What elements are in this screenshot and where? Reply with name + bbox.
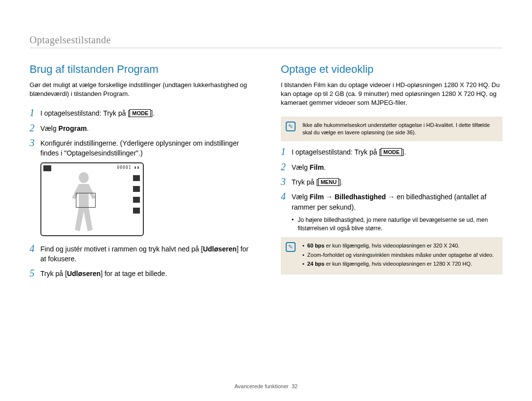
text: .	[87, 124, 89, 132]
left-column: Brug af tilstanden Program Gør det mulig…	[30, 63, 251, 282]
text: ].	[339, 178, 343, 186]
quality-icon	[133, 186, 140, 192]
bold: Program	[59, 124, 87, 132]
text: ].	[402, 148, 406, 156]
left-steps: 1 I optagelsestilstand: Tryk på [MODE]. …	[30, 107, 251, 158]
mode-icon	[43, 165, 51, 171]
text: I optagelsestilstand: Tryk på [	[292, 148, 381, 156]
step-5: 5 Tryk på [Udløseren] for at tage et bil…	[30, 268, 251, 278]
step-number: 4	[30, 243, 40, 254]
note-item: •Zoom-forholdet og visningsvinklen minds…	[302, 251, 497, 259]
note-list: •60 bps er kun tilgængelig, hvis videoop…	[302, 242, 497, 268]
text: .	[324, 163, 326, 171]
step-3: 3 Konfigurér indstillingerne. (Yderliger…	[30, 137, 251, 158]
step-text: Find og justér motivet i rammen og tryk …	[40, 243, 251, 264]
step-number: 2	[281, 161, 292, 172]
bold: Udløseren	[67, 270, 100, 278]
resolution-icon	[133, 175, 140, 181]
step-text: Vælg Film → Billedhastighed → en billedh…	[292, 191, 502, 212]
step-3: 3 Tryk på [MENU].	[281, 176, 502, 187]
step-text: Konfigurér indstillingerne. (Yderligere …	[40, 137, 251, 158]
left-intro: Gør det muligt at vælge forskellige inds…	[30, 81, 251, 98]
left-steps-cont: 4 Find og justér motivet i rammen og try…	[30, 243, 251, 279]
step-number: 4	[281, 191, 292, 202]
footer-label: Avancerede funktioner	[234, 383, 289, 389]
bold: Film	[310, 163, 324, 171]
text: ].	[151, 109, 155, 117]
text: Tryk på [	[292, 178, 318, 186]
note-box-2: ✎ •60 bps er kun tilgængelig, hvis video…	[281, 237, 502, 274]
note-icon: ✎	[286, 242, 296, 252]
step-number: 1	[281, 146, 292, 157]
focus-icon	[133, 197, 140, 203]
bold: Billedhastighed	[334, 193, 386, 201]
step-text: I optagelsestilstand: Tryk på [MODE].	[40, 107, 155, 118]
battery-icon: ▮▮	[134, 165, 140, 170]
focus-rectangle	[76, 193, 96, 208]
step-number: 2	[30, 123, 40, 133]
text: Vælg	[40, 124, 59, 132]
section-header: Optagelsestilstande	[30, 34, 502, 48]
bold: 24 bps	[307, 261, 325, 267]
text: er kun tilgængelig, hvis videoopløsninge…	[325, 243, 460, 248]
step-1: 1 I optagelsestilstand: Tryk på [MODE].	[30, 107, 251, 118]
step-2: 2 Vælg Program.	[30, 123, 251, 133]
right-intro: I tilstanden Film kan du optage videoer …	[281, 81, 502, 108]
page-number: 32	[292, 383, 298, 389]
step-number: 5	[30, 268, 40, 278]
step-text: Vælg Program.	[40, 123, 89, 133]
note-text: Ikke alle hukommelseskort understøtter o…	[302, 122, 490, 135]
step-number: 3	[30, 137, 40, 148]
text: er kun tilgængelig, hvis videoopløsninge…	[325, 261, 472, 267]
step-text: Vælg Film.	[292, 161, 326, 172]
note-icon: ✎	[286, 122, 296, 131]
right-column: Optage et videoklip I tilstanden Film ka…	[281, 63, 502, 282]
camera-screen-illustration: 00001 ▮▮	[40, 162, 144, 236]
text: Tryk på [	[40, 270, 67, 278]
note-item: •24 bps er kun tilgængelig, hvis videoop…	[302, 260, 497, 268]
counter-readout: 00001 ▮▮	[117, 165, 140, 170]
side-icons	[133, 175, 140, 214]
bullet-dot: •	[292, 216, 294, 233]
menu-button-label: MENU	[318, 178, 339, 186]
note-box-1: ✎ Ikke alle hukommelseskort understøtter…	[281, 117, 502, 142]
text: I optagelsestilstand: Tryk på [	[40, 109, 130, 117]
right-steps: 1 I optagelsestilstand: Tryk på [MODE]. …	[281, 146, 502, 212]
note-item: •60 bps er kun tilgængelig, hvis videoop…	[302, 242, 497, 249]
sub-bullet-text: Jo højere billedhastighed, jo mere natur…	[298, 216, 502, 233]
step-4: 4 Vælg Film → Billedhastighed → en bille…	[281, 191, 502, 212]
step-text: Tryk på [Udløseren] for at tage et bille…	[40, 268, 167, 278]
step-number: 3	[281, 176, 292, 187]
left-title: Brug af tilstanden Program	[30, 63, 251, 76]
step-text: I optagelsestilstand: Tryk på [MODE].	[292, 146, 406, 157]
content-columns: Brug af tilstanden Program Gør det mulig…	[30, 63, 502, 282]
page: Optagelsestilstande Brug af tilstanden P…	[0, 0, 532, 401]
text: Zoom-forholdet og visningsvinklen mindsk…	[307, 251, 494, 259]
sub-bullet: • Jo højere billedhastighed, jo mere nat…	[292, 216, 502, 233]
text: ] for at tage et billede.	[100, 270, 167, 278]
right-title: Optage et videoklip	[281, 63, 502, 76]
mode-button-label: MODE	[130, 109, 151, 117]
arrow: →	[324, 193, 334, 201]
bold: Film	[310, 193, 324, 201]
text: Find og justér motivet i rammen og tryk …	[40, 245, 203, 253]
text: Vælg	[292, 163, 310, 171]
bold: 60 bps	[307, 243, 325, 248]
text: Vælg	[292, 193, 310, 201]
bold: Udløseren	[203, 245, 236, 253]
step-text: Tryk på [MENU].	[292, 176, 343, 187]
mode-button-label: MODE	[381, 148, 402, 156]
step-1: 1 I optagelsestilstand: Tryk på [MODE].	[281, 146, 502, 157]
counter-value: 00001	[117, 165, 131, 170]
step-4: 4 Find og justér motivet i rammen og try…	[30, 243, 251, 264]
page-footer: Avancerede funktioner 32	[0, 383, 532, 389]
flash-icon	[133, 208, 140, 214]
step-number: 1	[30, 107, 40, 118]
step-2: 2 Vælg Film.	[281, 161, 502, 172]
